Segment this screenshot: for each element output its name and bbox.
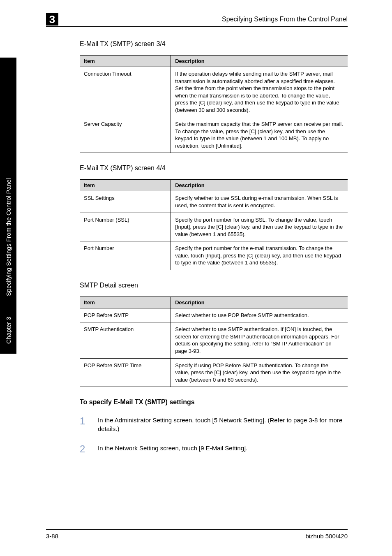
side-tab: Chapter 3 Specifying Settings From the C… xyxy=(0,58,16,354)
table-2-desc-1: Select whether to use SMTP authenticatio… xyxy=(171,322,348,358)
table-row: Server Capacity Sets the maximum capacit… xyxy=(80,117,348,153)
table-2-item-0: POP Before SMTP xyxy=(80,308,171,322)
table-1-header-description: Description xyxy=(171,180,348,191)
footer-rule xyxy=(46,529,348,530)
section-title-2: SMTP Detail screen xyxy=(80,282,348,289)
table-row: POP Before SMTP Time Specify if using PO… xyxy=(80,358,348,387)
table-row: SMTP Authentication Select whether to us… xyxy=(80,322,348,358)
running-head: Specifying Settings From the Control Pan… xyxy=(222,16,348,23)
procedure-steps: In the Administrator Setting screen, tou… xyxy=(80,416,348,452)
table-0-header-description: Description xyxy=(171,56,348,67)
table-2-desc-2: Specify if using POP Before SMTP authent… xyxy=(171,358,348,387)
table-1-item-1: Port Number (SSL) xyxy=(80,213,171,241)
table-0-item-1: Server Capacity xyxy=(80,117,171,153)
table-1-item-2: Port Number xyxy=(80,241,171,270)
side-tab-title: Specifying Settings From the Control Pan… xyxy=(5,178,12,296)
table-0-desc-0: If the operation delays while sending ma… xyxy=(171,67,348,117)
table-2-desc-0: Select whether to use POP Before SMTP au… xyxy=(171,308,348,322)
section-title-1: E-Mail TX (SMTP) screen 4/4 xyxy=(80,164,348,172)
table-1-desc-1: Specify the port number for using SSL. T… xyxy=(171,213,348,241)
table-0-desc-1: Sets the maximum capacity that the SMTP … xyxy=(171,117,348,153)
table-1-desc-2: Specify the port number for the e-mail t… xyxy=(171,241,348,270)
table-row: Port Number (SSL) Specify the port numbe… xyxy=(80,213,348,241)
product-name: bizhub 500/420 xyxy=(305,533,348,540)
table-2-header-description: Description xyxy=(171,297,348,308)
header-rule xyxy=(46,26,348,27)
table-2-header-item: Item xyxy=(80,297,171,308)
chapter-number-tab: 3 xyxy=(46,13,58,25)
procedure-title: To specify E-Mail TX (SMTP) settings xyxy=(80,398,348,406)
table-row: Port Number Specify the port number for … xyxy=(80,241,348,270)
table-2-item-1: SMTP Authentication xyxy=(80,322,171,358)
footer: 3-88 bizhub 500/420 xyxy=(46,533,348,540)
step-2: In the Network Setting screen, touch [9 … xyxy=(80,444,348,452)
table-row: POP Before SMTP Select whether to use PO… xyxy=(80,308,348,322)
content-area: E-Mail TX (SMTP) screen 3/4 Item Descrip… xyxy=(80,40,348,507)
table-2: Item Description POP Before SMTP Select … xyxy=(80,297,348,387)
page: 3 Specifying Settings From the Control P… xyxy=(0,0,392,556)
table-0: Item Description Connection Timeout If t… xyxy=(80,55,348,153)
side-tab-chapter: Chapter 3 xyxy=(5,317,12,344)
table-0-header-item: Item xyxy=(80,56,171,67)
page-number: 3-88 xyxy=(46,533,58,540)
table-1: Item Description SSL Settings Specify wh… xyxy=(80,179,348,270)
chapter-number: 3 xyxy=(49,13,55,26)
table-2-item-2: POP Before SMTP Time xyxy=(80,358,171,387)
table-row: Connection Timeout If the operation dela… xyxy=(80,67,348,117)
step-1: In the Administrator Setting screen, tou… xyxy=(80,416,348,433)
table-1-desc-0: Specify whether to use SSL during e-mail… xyxy=(171,191,348,213)
table-1-header-item: Item xyxy=(80,180,171,191)
section-title-0: E-Mail TX (SMTP) screen 3/4 xyxy=(80,40,348,48)
table-1-item-0: SSL Settings xyxy=(80,191,171,213)
table-row: SSL Settings Specify whether to use SSL … xyxy=(80,191,348,213)
table-0-item-0: Connection Timeout xyxy=(80,67,171,117)
